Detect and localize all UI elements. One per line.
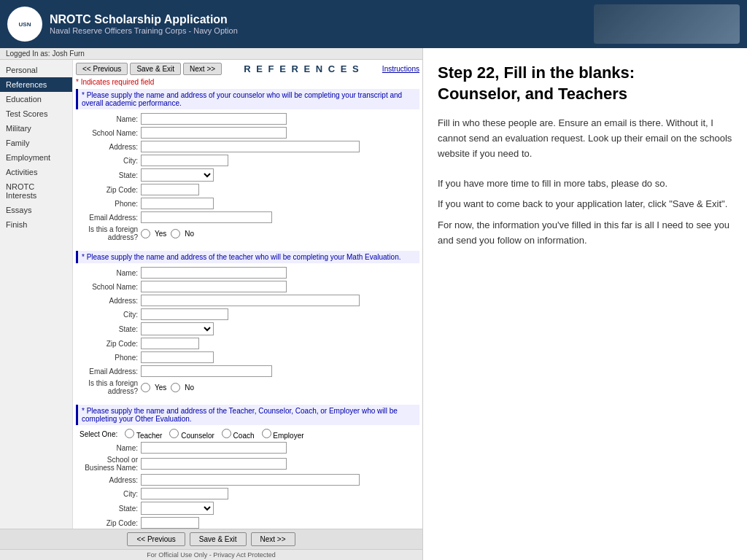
select-one-label: Select One: (80, 430, 117, 438)
counselor-email-row: Email Address: (76, 211, 419, 223)
counselor-zip-input[interactable] (141, 184, 199, 195)
counselor-address-input[interactable] (141, 141, 360, 152)
counselor-email-label: Email Address: (76, 214, 138, 222)
counselor-radio[interactable] (169, 429, 179, 438)
sidebar-item-activities[interactable]: Activities (0, 165, 72, 179)
math-email-input[interactable] (141, 365, 272, 377)
math-zip-row: Zip Code: (76, 338, 419, 349)
counselor-foreign-radios: Yes No (141, 229, 194, 238)
other-state-label: State: (76, 505, 138, 513)
sidebar-item-military[interactable]: Military (0, 121, 72, 136)
math-address-row: Address: (76, 295, 419, 306)
math-school-row: School Name: (76, 281, 419, 292)
sidebar-item-nrotc-interests[interactable]: NROTC Interests (0, 179, 72, 203)
top-next-button[interactable]: Next >> (183, 63, 222, 75)
section-title: R E F E R E N C E S (222, 63, 382, 74)
form-panel: Logged In as: Josh Furn Personal Referen… (0, 48, 423, 560)
math-foreign-radios: Yes No (141, 383, 194, 392)
counselor-state-label: State: (76, 171, 138, 179)
teacher-label: Teacher (125, 429, 162, 440)
coach-radio[interactable] (222, 429, 231, 438)
math-phone-row: Phone: (76, 351, 419, 363)
counselor-label: Counselor (169, 429, 214, 440)
other-zip-input[interactable] (141, 517, 199, 529)
instructions-heading: Step 22, Fill in the blanks:Counselor, a… (438, 63, 732, 104)
counselor-zip-row: Zip Code: (76, 184, 419, 195)
counselor-city-input[interactable] (141, 155, 228, 166)
other-state-row: State: ALCAFLNYTX (76, 502, 419, 515)
counselor-name-input[interactable] (141, 113, 287, 125)
math-school-input[interactable] (141, 281, 287, 292)
other-name-input[interactable] (141, 442, 287, 454)
math-foreign-row: Is this a foreign address? Yes No (76, 379, 419, 395)
counselor-state-row: State: ALAKCAFLNYTX (76, 168, 419, 182)
counselor-city-label: City: (76, 157, 138, 165)
instructions-para-4: For now, the information you've filled i… (438, 218, 732, 249)
other-school-input[interactable] (141, 458, 287, 470)
instructions-para-3: If you want to come back to your applica… (438, 197, 732, 212)
sidebar-item-personal[interactable]: Personal (0, 63, 72, 77)
top-prev-button[interactable]: << Previous (76, 63, 128, 75)
counselor-foreign-yes-radio[interactable] (141, 229, 150, 238)
math-email-row: Email Address: (76, 365, 419, 377)
other-address-input[interactable] (141, 474, 360, 486)
select-one-row: Select One: Teacher Counselor Coach (80, 429, 419, 440)
other-zip-label: Zip Code: (76, 519, 138, 527)
other-name-label: Name: (76, 444, 138, 452)
other-city-label: City: (76, 490, 138, 498)
math-address-label: Address: (76, 297, 138, 305)
counselor-school-input[interactable] (141, 127, 287, 139)
math-name-row: Name: (76, 267, 419, 279)
math-foreign-label: Is this a foreign address? (76, 379, 138, 395)
math-state-select[interactable]: ALAKCAFLNYTX (141, 322, 214, 335)
other-state-select[interactable]: ALCAFLNYTX (141, 502, 214, 515)
counselor-school-row: School Name: (76, 127, 419, 139)
instructions-para-1: Fill in who these people are. Ensure an … (438, 116, 732, 161)
top-save-button[interactable]: Save & Exit (130, 63, 181, 75)
counselor-phone-input[interactable] (141, 198, 214, 209)
math-name-input[interactable] (141, 267, 287, 279)
counselor-state-select[interactable]: ALAKCAFLNYTX (141, 168, 214, 182)
employer-label: Employer (262, 429, 304, 440)
instructions-link[interactable]: Instructions (382, 65, 419, 73)
counselor-email-input[interactable] (141, 211, 272, 223)
math-foreign-no-radio[interactable] (171, 383, 180, 392)
sidebar-item-family[interactable]: Family (0, 136, 72, 150)
counselor-address-row: Address: (76, 141, 419, 152)
form-content: << Previous Save & Exit Next >> R E F E … (73, 60, 422, 529)
instructions-panel: Step 22, Fill in the blanks:Counselor, a… (423, 48, 747, 269)
header-title: NROTC Scholarship Application (50, 13, 587, 26)
other-city-input[interactable] (141, 488, 228, 499)
sidebar-item-education[interactable]: Education (0, 92, 72, 106)
sidebar-item-employment[interactable]: Employment (0, 150, 72, 165)
sidebar-item-essays[interactable]: Essays (0, 203, 72, 217)
math-zip-input[interactable] (141, 338, 199, 349)
sidebar-item-finish[interactable]: Finish (0, 217, 72, 232)
math-address-input[interactable] (141, 295, 360, 306)
math-foreign-yes-radio[interactable] (141, 383, 150, 392)
employer-radio[interactable] (262, 429, 271, 438)
counselor-foreign-no-radio[interactable] (171, 229, 180, 238)
math-no-label: No (185, 384, 194, 392)
teacher-radio[interactable] (125, 429, 134, 438)
logged-in-bar: Logged In as: Josh Furn (0, 48, 422, 60)
form-footer: For Official Use Only - Privacy Act Prot… (0, 549, 422, 560)
header-image (594, 4, 740, 44)
counselor-zip-label: Zip Code: (76, 186, 138, 194)
sidebar-item-test-scores[interactable]: Test Scores (0, 106, 72, 121)
header-subtitle: Naval Reserve Officers Training Corps - … (50, 26, 587, 35)
sidebar-item-references[interactable]: References (0, 77, 72, 92)
math-phone-input[interactable] (141, 351, 214, 363)
instructions-para-2: If you have more time to fill in more ta… (438, 176, 732, 192)
form-body: Personal References Education Test Score… (0, 60, 422, 529)
counselor-yes-label: Yes (155, 230, 166, 238)
math-city-input[interactable] (141, 308, 228, 320)
counselor-no-label: No (185, 230, 194, 238)
bottom-prev-button[interactable]: << Previous (127, 532, 185, 546)
math-desc: * Please supply the name and address of … (76, 251, 419, 263)
other-desc: * Please supply the name and address of … (76, 405, 419, 425)
sidebar: Personal References Education Test Score… (0, 60, 73, 529)
bottom-save-button[interactable]: Save & Exit (190, 532, 247, 546)
bottom-next-button[interactable]: Next >> (251, 532, 295, 546)
other-school-row: School orBusiness Name: (76, 456, 419, 472)
